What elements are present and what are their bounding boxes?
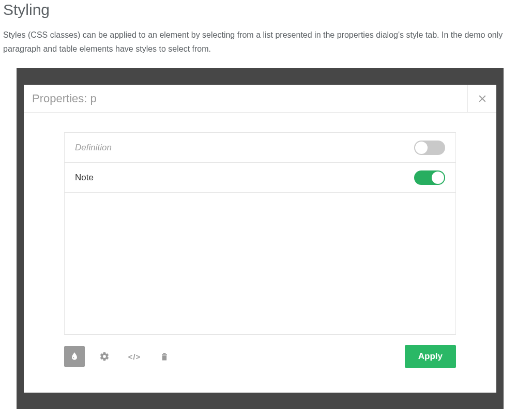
section-intro: Styles (CSS classes) can be applied to a… bbox=[3, 28, 514, 56]
dialog-body: Definition Note bbox=[24, 113, 496, 393]
dialog-title: Properties: p bbox=[24, 85, 467, 112]
close-icon bbox=[477, 93, 488, 104]
droplet-icon bbox=[69, 351, 80, 362]
code-icon: </> bbox=[128, 352, 141, 361]
screenshot-frame: Properties: p Definition Note bbox=[17, 68, 504, 409]
toggle-knob bbox=[415, 142, 428, 154]
style-row-definition: Definition bbox=[65, 133, 455, 163]
trash-icon bbox=[159, 351, 170, 362]
apply-button[interactable]: Apply bbox=[405, 345, 456, 368]
tab-delete[interactable] bbox=[154, 346, 175, 367]
properties-dialog: Properties: p Definition Note bbox=[24, 85, 496, 393]
style-toggle-definition[interactable] bbox=[414, 141, 445, 155]
tab-styles[interactable] bbox=[64, 346, 85, 367]
tab-code[interactable]: </> bbox=[124, 346, 145, 367]
style-label: Note bbox=[75, 173, 94, 183]
close-button[interactable] bbox=[467, 85, 496, 112]
gear-icon bbox=[99, 351, 110, 362]
dialog-header: Properties: p bbox=[24, 85, 496, 113]
style-list: Definition Note bbox=[64, 132, 456, 335]
tab-settings[interactable] bbox=[94, 346, 115, 367]
dialog-footer: </> Apply bbox=[64, 335, 456, 368]
style-label: Definition bbox=[75, 143, 112, 153]
toggle-knob bbox=[432, 172, 444, 184]
style-row-note: Note bbox=[65, 163, 455, 193]
section-heading: Styling bbox=[3, 1, 514, 19]
style-toggle-note[interactable] bbox=[414, 170, 445, 185]
